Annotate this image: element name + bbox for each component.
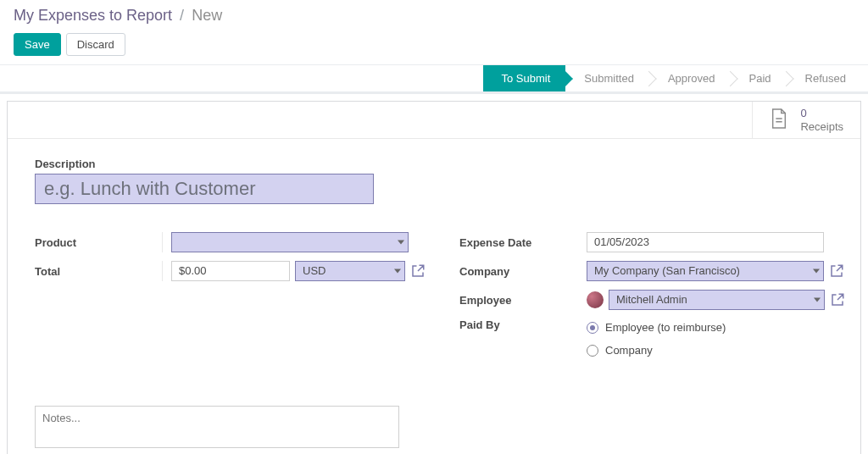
product-label: Product [35,236,162,249]
stage-paid[interactable]: Paid [731,65,787,91]
receipts-button[interactable]: 0 Receipts [752,102,860,138]
description-label: Description [35,158,833,170]
company-value: My Company (San Francisco) [594,264,740,277]
total-amount-value: $0.00 [179,264,207,277]
receipts-count: 0 [800,107,843,120]
notes-textarea[interactable] [35,406,399,448]
currency-value: USD [303,264,326,277]
statusbar: To Submit Submitted Approved Paid Refuse… [483,65,861,91]
stage-refused[interactable]: Refused [787,65,861,91]
employee-select[interactable]: Mitchell Admin [609,290,825,310]
discard-button[interactable]: Discard [66,33,125,56]
stage-submitted[interactable]: Submitted [565,65,649,91]
chevron-down-icon [394,269,401,274]
stage-to-submit[interactable]: To Submit [483,65,566,91]
breadcrumb: My Expenses to Report / New [14,7,854,25]
breadcrumb-current: New [192,7,222,24]
avatar [587,291,604,308]
breadcrumb-separator: / [176,7,187,24]
chevron-down-icon [398,241,404,245]
paid-by-employee-label: Employee (to reimburse) [605,321,726,334]
paid-by-company-label: Company [605,344,653,357]
paid-by-label: Paid By [459,318,587,331]
expense-date-value: 01/05/2023 [594,235,649,248]
company-label: Company [459,265,587,278]
description-input[interactable] [35,174,374,204]
receipts-label: Receipts [800,120,843,134]
external-link-icon[interactable] [410,263,426,279]
paid-by-employee-radio[interactable] [587,322,598,334]
total-amount-input[interactable]: $0.00 [171,261,290,281]
total-label: Total [35,265,162,278]
product-select[interactable] [171,232,409,252]
save-button[interactable]: Save [14,33,61,56]
paid-by-company-radio[interactable] [587,345,598,357]
external-link-icon[interactable] [830,292,845,307]
employee-value: Mitchell Admin [616,293,687,306]
stage-approved[interactable]: Approved [649,65,731,91]
expense-date-input[interactable]: 01/05/2023 [587,232,824,252]
external-link-icon[interactable] [829,263,844,279]
chevron-down-icon [813,269,820,274]
expense-date-label: Expense Date [459,236,587,249]
chevron-down-icon [814,298,821,302]
company-select[interactable]: My Company (San Francisco) [587,261,824,281]
currency-select[interactable]: USD [295,261,405,281]
file-icon [770,108,788,132]
employee-label: Employee [459,294,587,307]
breadcrumb-parent[interactable]: My Expenses to Report [14,7,172,24]
